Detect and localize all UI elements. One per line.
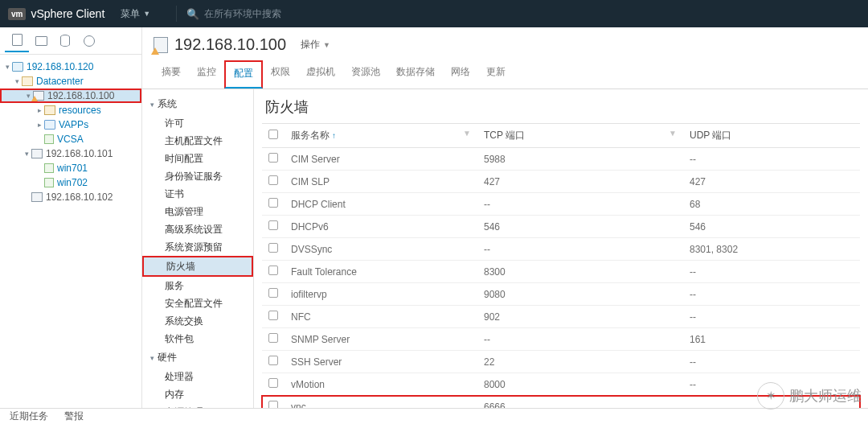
row-checkbox[interactable]: [268, 378, 278, 388]
cfg-item[interactable]: 系统资源预留: [142, 238, 253, 256]
tab-数据存储[interactable]: 数据存储: [388, 60, 443, 89]
row-checkbox[interactable]: [268, 198, 278, 208]
disclosure-icon[interactable]: ▾: [13, 77, 21, 85]
cell-udp-port: [683, 396, 860, 409]
cfg-item[interactable]: 电源管理: [142, 203, 253, 220]
cell-tcp-port: 9080: [477, 283, 683, 306]
table-header-row: 服务名称↑▼ TCP 端口▼ UDP 端口: [262, 124, 860, 148]
row-checkbox[interactable]: [268, 266, 278, 275]
col-tcp-port[interactable]: TCP 端口▼: [477, 124, 683, 148]
table-row[interactable]: iofiltervp9080--: [262, 283, 860, 306]
tree-row[interactable]: win701: [0, 161, 141, 175]
table-row[interactable]: DHCPv6546546: [262, 216, 860, 238]
cfg-section[interactable]: 硬件: [142, 348, 253, 368]
table-row[interactable]: Fault Tolerance8300--: [262, 261, 860, 283]
row-checkbox[interactable]: [268, 333, 278, 343]
cfg-item[interactable]: 处理器: [142, 368, 253, 385]
table-row[interactable]: DVSSync--8301, 8302: [262, 238, 860, 261]
folder-icon: [35, 36, 47, 46]
row-checkbox[interactable]: [268, 288, 278, 298]
cfg-item[interactable]: 软件包: [142, 330, 253, 348]
cell-tcp-port: 546: [477, 216, 683, 238]
cell-tcp-port: 427: [477, 171, 683, 193]
tab-配置[interactable]: 配置: [224, 60, 263, 89]
cfg-item[interactable]: 主机配置文件: [142, 132, 253, 150]
disclosure-icon[interactable]: ▸: [35, 106, 43, 114]
alarms-tab[interactable]: 警报: [64, 410, 84, 423]
tab-摘要[interactable]: 摘要: [154, 60, 189, 89]
filter-icon[interactable]: ▼: [669, 129, 677, 138]
recent-tasks-tab[interactable]: 近期任务: [10, 410, 48, 423]
cfg-item[interactable]: 内存: [142, 385, 253, 403]
table-row[interactable]: NFC902--: [262, 306, 860, 328]
cell-service-name: SNMP Server: [285, 328, 477, 351]
row-checkbox[interactable]: [268, 153, 278, 163]
tree-row[interactable]: win702: [0, 175, 141, 190]
cfg-section[interactable]: 系统: [142, 94, 253, 114]
filter-icon[interactable]: ▼: [463, 129, 471, 138]
header-udp-label: UDP 端口: [690, 130, 731, 141]
row-checkbox[interactable]: [268, 220, 278, 230]
tab-权限[interactable]: 权限: [263, 60, 298, 89]
cfg-item[interactable]: 高级系统设置: [142, 220, 253, 238]
network-view-tab[interactable]: [77, 30, 101, 52]
cell-udp-port: 546: [683, 216, 860, 238]
globe-icon: [84, 35, 95, 47]
tree-row[interactable]: ▾192.168.10.120: [0, 60, 141, 74]
cell-tcp-port: 902: [477, 306, 683, 328]
tab-虚拟机[interactable]: 虚拟机: [298, 60, 343, 89]
tree-row[interactable]: ▸VAPPs: [0, 117, 141, 132]
vertical-divider: [176, 6, 177, 22]
tab-监控[interactable]: 监控: [189, 60, 224, 89]
tab-更新[interactable]: 更新: [478, 60, 514, 89]
cfg-item[interactable]: 防火墙: [142, 256, 253, 277]
actions-dropdown[interactable]: 操作 ▼: [301, 38, 330, 51]
row-checkbox[interactable]: [268, 175, 278, 185]
table-row[interactable]: CIM SLP427427: [262, 171, 860, 193]
col-udp-port[interactable]: UDP 端口: [683, 124, 860, 148]
hosts-view-tab[interactable]: [5, 30, 29, 52]
disclosure-icon[interactable]: ▸: [35, 121, 43, 129]
cell-udp-port: 68: [683, 193, 860, 216]
row-checkbox[interactable]: [268, 311, 278, 320]
tree-label: win702: [57, 177, 138, 188]
cfg-item[interactable]: 身份验证服务: [142, 167, 253, 185]
disclosure-icon[interactable]: ▾: [3, 63, 11, 71]
cfg-item[interactable]: 系统交换: [142, 312, 253, 330]
table-row[interactable]: SNMP Server--161: [262, 328, 860, 351]
cfg-item[interactable]: 电源管理: [142, 403, 253, 408]
row-checkbox[interactable]: [268, 356, 278, 365]
col-service-name[interactable]: 服务名称↑▼: [285, 124, 477, 148]
header-tcp-label: TCP 端口: [484, 130, 525, 141]
table-row[interactable]: CIM Server5988--: [262, 148, 860, 171]
tree-row[interactable]: ▾192.168.10.101: [0, 146, 141, 161]
table-row[interactable]: SSH Server22--: [262, 351, 860, 373]
tab-网络[interactable]: 网络: [443, 60, 478, 89]
tree-row[interactable]: ▾Datacenter: [0, 74, 141, 89]
table-row[interactable]: vnc6666: [262, 396, 860, 409]
cfg-item[interactable]: 安全配置文件: [142, 294, 253, 312]
tree-row[interactable]: ▸resources: [0, 103, 141, 117]
cfg-item[interactable]: 证书: [142, 185, 253, 203]
cfg-item[interactable]: 时间配置: [142, 150, 253, 167]
row-checkbox[interactable]: [268, 401, 278, 408]
col-checkbox[interactable]: [262, 124, 285, 148]
cell-udp-port: --: [683, 351, 860, 373]
menu-button[interactable]: 菜单 ▼: [121, 7, 150, 21]
table-row[interactable]: DHCP Client--68: [262, 193, 860, 216]
tree-row[interactable]: ▾192.168.10.100: [0, 89, 141, 103]
tree-row[interactable]: VCSA: [0, 132, 141, 146]
cell-tcp-port: 8300: [477, 261, 683, 283]
disclosure-icon[interactable]: ▾: [23, 150, 31, 158]
tree-row[interactable]: 192.168.10.102: [0, 190, 141, 204]
folder-icon: [44, 105, 55, 115]
vms-view-tab[interactable]: [29, 30, 53, 52]
storage-view-tab[interactable]: [53, 30, 77, 52]
table-row[interactable]: vMotion8000--: [262, 373, 860, 396]
row-checkbox[interactable]: [268, 243, 278, 253]
global-search[interactable]: 🔍 在所有环境中搜索: [186, 7, 281, 21]
vc-icon: [12, 62, 23, 72]
cfg-item[interactable]: 许可: [142, 114, 253, 132]
tab-资源池[interactable]: 资源池: [343, 60, 388, 89]
cfg-item[interactable]: 服务: [142, 277, 253, 294]
